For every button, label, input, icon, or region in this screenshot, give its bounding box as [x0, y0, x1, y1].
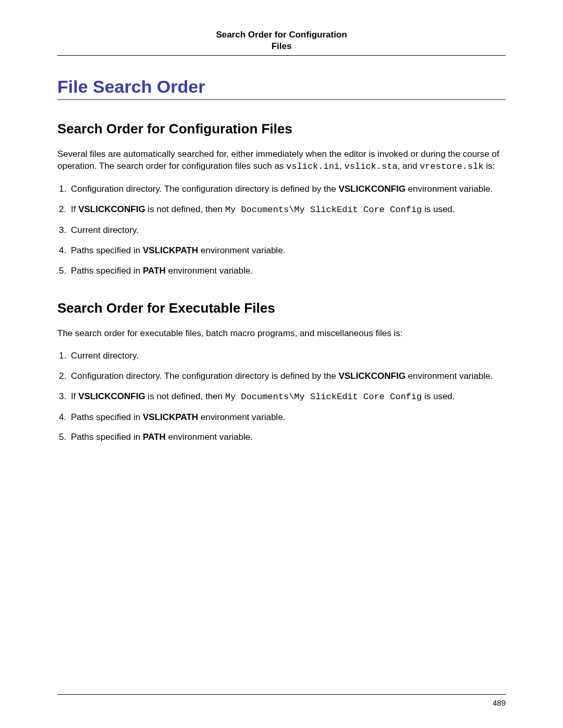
list-item: Current directory. [69, 225, 506, 237]
text: Paths specified in [71, 266, 143, 276]
footer-rule [57, 694, 506, 695]
env-var: VSLICKCONFIG [78, 391, 145, 401]
env-var: VSLICKCONFIG [338, 371, 405, 381]
list-item: Paths specified in PATH environment vari… [69, 265, 506, 277]
text: Configuration directory. The configurati… [71, 371, 338, 381]
text: Paths specified in [71, 432, 143, 442]
code-sta: vslick.sta [345, 162, 398, 171]
section-config-title: Search Order for Configuration Files [57, 121, 506, 137]
env-var: VSLICKCONFIG [78, 204, 145, 214]
section-exec-intro: The search order for executable files, b… [57, 328, 506, 340]
env-var: VSLICKCONFIG [338, 184, 405, 194]
header-rule [57, 55, 506, 56]
text: If [71, 391, 78, 401]
text: is not defined, then [145, 204, 225, 214]
text: Paths specified in [71, 412, 143, 422]
list-item: Paths specified in PATH environment vari… [69, 431, 506, 443]
text: is not defined, then [145, 391, 225, 401]
text: If [71, 204, 78, 214]
page: Search Order for Configuration Files Fil… [0, 0, 563, 728]
list-item: If VSLICKCONFIG is not defined, then My … [69, 204, 506, 216]
text: environment variable. [166, 432, 253, 442]
intro-post: is: [484, 161, 495, 171]
intro-sep2: , and [398, 161, 420, 171]
text: is used. [422, 391, 455, 401]
list-item: Paths specified in VSLICKPATH environmen… [69, 245, 506, 257]
text: Configuration directory. The configurati… [71, 184, 338, 194]
text: environment variable. [406, 184, 493, 194]
code-ini: vslick.ini [286, 162, 339, 171]
text: environment variable. [406, 371, 493, 381]
env-var: PATH [143, 266, 166, 276]
env-var: PATH [143, 432, 166, 442]
intro-sep1: , [339, 161, 344, 171]
text: is used. [422, 204, 455, 214]
list-item: Configuration directory. The configurati… [69, 183, 506, 195]
env-var: VSLICKPATH [143, 412, 198, 422]
chapter-title: File Search Order [57, 77, 506, 97]
page-number: 489 [493, 698, 506, 707]
text: Current directory. [71, 351, 139, 361]
list-item: If VSLICKCONFIG is not defined, then My … [69, 391, 506, 403]
text: Current directory. [71, 225, 139, 235]
code-slk: vrestore.slk [420, 162, 483, 171]
text: environment variable. [198, 412, 285, 422]
text: Paths specified in [71, 245, 143, 255]
section-exec-list: Current directory. Configuration directo… [57, 350, 506, 444]
env-var: VSLICKPATH [143, 245, 198, 255]
text: environment variable. [198, 245, 285, 255]
chapter-title-rule [57, 99, 506, 100]
running-header: Search Order for Configuration Files [203, 29, 360, 52]
running-header-line1: Search Order for Configuration [216, 30, 347, 40]
list-item: Paths specified in VSLICKPATH environmen… [69, 412, 506, 424]
section-config-list: Configuration directory. The configurati… [57, 183, 506, 277]
code-path: My Documents\My SlickEdit Core Config [225, 205, 422, 215]
section-exec-title: Search Order for Executable Files [57, 300, 506, 316]
list-item: Current directory. [69, 350, 506, 362]
running-header-line2: Files [272, 41, 292, 51]
text: environment variable. [166, 266, 253, 276]
code-path: My Documents\My SlickEdit Core Config [225, 392, 422, 402]
section-config-intro: Several files are automatically searched… [57, 149, 506, 173]
list-item: Configuration directory. The configurati… [69, 371, 506, 382]
